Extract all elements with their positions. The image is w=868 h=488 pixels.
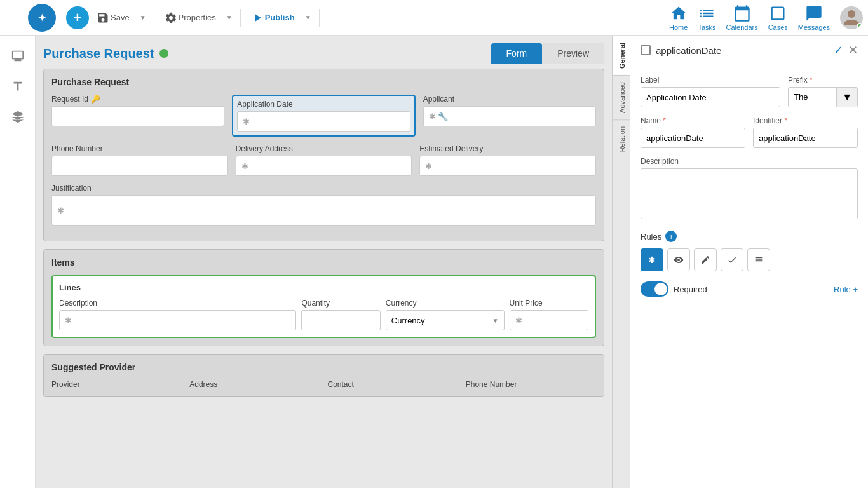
save-dropdown-arrow: ▼ [140, 14, 146, 21]
required-toggle[interactable] [641, 281, 668, 297]
lines-quantity-field: Quantity [301, 299, 380, 330]
nav-tasks-label: Tasks [698, 24, 715, 31]
lines-currency-field: Currency Currency ▼ [386, 299, 505, 330]
label-input[interactable] [641, 87, 780, 107]
prefix-required-star: * [810, 76, 813, 85]
sidebar-text-icon[interactable] [5, 74, 31, 99]
save-dropdown[interactable]: ▼ [135, 11, 151, 24]
tab-relation[interactable]: Relation [613, 119, 630, 158]
nav-cases[interactable]: Cases [768, 4, 788, 31]
nav-messages-label: Messages [798, 24, 830, 31]
phone-number-input[interactable] [51, 156, 228, 176]
lines-title: Lines [59, 283, 588, 292]
rule-asterisk-btn[interactable]: ✱ [641, 248, 663, 271]
rules-info-icon[interactable]: i [665, 231, 677, 242]
panel-close-button[interactable]: ✕ [848, 43, 858, 57]
description-textarea[interactable] [641, 168, 858, 219]
publish-button[interactable]: Publish [246, 9, 300, 27]
nav-messages[interactable]: Messages [798, 4, 830, 31]
user-avatar[interactable] [840, 6, 863, 29]
add-button[interactable]: + [66, 6, 89, 29]
label-field-label: Label [641, 76, 780, 85]
required-icon: 🔑 [91, 95, 100, 104]
name-group: Name * [641, 116, 745, 148]
identifier-group: Identifier * [753, 116, 858, 148]
rule-eye-btn[interactable] [667, 248, 690, 271]
justification-input[interactable]: ✱ [51, 195, 596, 226]
suggested-title: Suggested Provider [51, 362, 596, 372]
description-group: Description [641, 157, 858, 222]
lines-quantity-input[interactable] [301, 310, 380, 330]
field-checkbox-icon [641, 45, 651, 55]
currency-dropdown-icon: ▼ [492, 317, 499, 324]
add-icon: + [74, 10, 82, 26]
rule-pencil-btn[interactable] [694, 248, 717, 271]
field-provider: Provider [51, 380, 182, 389]
rule-add-link[interactable]: Rule + [834, 285, 858, 294]
name-input[interactable] [641, 128, 745, 148]
rule-check-btn[interactable] [721, 248, 743, 271]
logo-button[interactable]: ✦ [28, 4, 56, 32]
properties-label: Properties [179, 13, 216, 22]
identifier-input[interactable] [753, 128, 858, 148]
field-address: Address [189, 380, 320, 389]
properties-dropdown-arrow: ▼ [226, 14, 233, 21]
items-section: Items Lines Description ✱ Quantity [43, 249, 604, 346]
required-row: Required Rule + [641, 281, 858, 297]
lines-description-input[interactable]: ✱ [59, 310, 296, 330]
field-phone-number: Phone Number [51, 144, 228, 176]
hamburger-menu[interactable] [5, 8, 25, 27]
nav-home[interactable]: Home [669, 4, 688, 31]
lines-unit-price-field: Unit Price ✱ [510, 299, 588, 330]
panel-header: applicationDate ✓ ✕ [630, 36, 868, 65]
panel-confirm-button[interactable]: ✓ [834, 43, 843, 57]
items-title: Items [51, 257, 596, 268]
field-contact: Contact [328, 380, 458, 389]
publish-label: Publish [265, 13, 295, 22]
purchase-request-section: Purchase Request Request Id 🔑 Applicatio… [43, 69, 604, 241]
publish-dropdown[interactable]: ▼ [300, 11, 316, 24]
label-group: Label [641, 76, 780, 107]
field-request-id: Request Id 🔑 [51, 95, 224, 137]
field-applicant: Applicant ✱ 🔧 [423, 95, 596, 137]
application-date-input[interactable]: ✱ [237, 111, 410, 132]
page-title: Purchase Request [43, 46, 168, 61]
tab-form[interactable]: Form [491, 43, 543, 64]
lines-description-field: Description ✱ [59, 299, 296, 330]
field-application-date: Application Date ✱ [232, 95, 415, 137]
tab-advanced[interactable]: Advanced [613, 75, 630, 119]
applicant-input[interactable]: ✱ 🔧 [423, 106, 596, 126]
delivery-address-input[interactable]: ✱ [236, 156, 412, 176]
field-delivery-address: Delivery Address ✱ [236, 144, 412, 176]
prefix-group: Prefix * The ▼ [788, 76, 858, 107]
panel-body: Label Prefix * The ▼ [630, 65, 868, 488]
lines-currency-select[interactable]: Currency ▼ [386, 310, 505, 330]
toggle-knob [654, 283, 667, 295]
field-justification: Justification ✱ [51, 184, 596, 226]
save-label: Save [111, 13, 130, 22]
nav-home-label: Home [669, 24, 688, 31]
sidebar-component-icon[interactable] [5, 104, 31, 130]
tab-preview[interactable]: Preview [542, 43, 604, 64]
rule-grid-btn[interactable] [747, 248, 770, 271]
properties-button[interactable]: Properties [159, 9, 221, 27]
form-canvas: Purchase Request Form Preview Purchase R… [36, 36, 612, 488]
estimated-delivery-input[interactable]: ✱ [419, 156, 596, 176]
logo-icon: ✦ [37, 11, 47, 25]
request-id-input[interactable] [51, 106, 224, 126]
properties-panel: applicationDate ✓ ✕ Label Prefix [630, 36, 868, 488]
save-button[interactable]: Save [92, 9, 135, 27]
lines-unit-price-input[interactable]: ✱ [510, 310, 588, 330]
nav-tasks[interactable]: Tasks [698, 4, 715, 31]
properties-dropdown[interactable]: ▼ [221, 11, 238, 24]
tab-general[interactable]: General [613, 36, 630, 75]
sidebar-monitor-icon[interactable] [5, 43, 31, 69]
nav-calendars[interactable]: Calendars [726, 4, 758, 31]
rules-section: Rules i ✱ [641, 231, 858, 297]
section-title: Purchase Request [51, 77, 596, 87]
prefix-select[interactable]: The ▼ [788, 87, 858, 107]
prefix-dropdown-arrow[interactable]: ▼ [836, 88, 857, 107]
status-dot [159, 49, 168, 58]
rules-action-buttons: ✱ [641, 248, 858, 271]
svg-point-0 [848, 10, 855, 18]
